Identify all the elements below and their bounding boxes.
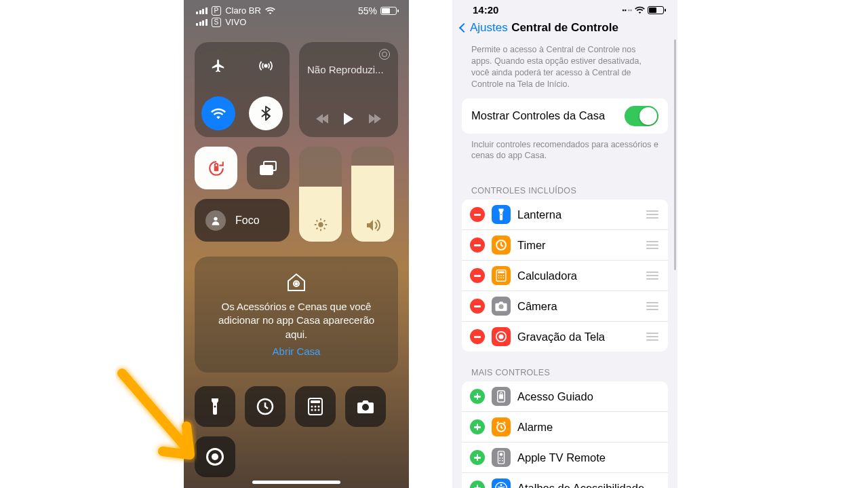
brightness-slider[interactable] — [299, 147, 342, 242]
control-item-label: Câmera — [517, 300, 638, 313]
add-button[interactable] — [470, 389, 485, 404]
scroll-indicator[interactable] — [674, 39, 676, 270]
screen-mirroring-button[interactable] — [247, 147, 290, 189]
wifi-button[interactable] — [201, 96, 235, 130]
svg-rect-19 — [311, 400, 320, 403]
remove-button[interactable] — [470, 329, 485, 344]
control-item-label: Gravação da Tela — [517, 331, 638, 343]
home-indicator[interactable] — [252, 481, 340, 484]
drag-handle-icon[interactable] — [645, 271, 660, 280]
show-home-controls-toggle[interactable] — [625, 106, 658, 126]
svg-point-47 — [502, 457, 503, 459]
control-item-row[interactable]: Gravação da Tela — [462, 322, 668, 352]
signal-icon-2 — [196, 19, 208, 26]
control-item-row[interactable]: Timer — [462, 230, 668, 261]
orientation-lock-button[interactable] — [195, 147, 237, 189]
home-icon — [285, 271, 307, 293]
connectivity-group[interactable] — [195, 42, 290, 137]
control-center-screen: P Claro BR S VIVO 55% — [184, 0, 409, 488]
svg-point-34 — [503, 275, 505, 276]
flashlight-icon — [492, 205, 511, 224]
status-bar: P Claro BR S VIVO 55% — [184, 0, 409, 29]
svg-point-24 — [315, 409, 317, 411]
svg-point-20 — [311, 405, 313, 407]
control-item-row[interactable]: Câmera — [462, 291, 668, 322]
remove-button[interactable] — [470, 299, 485, 314]
control-item-row[interactable]: Acesso Guiado — [462, 381, 668, 412]
svg-point-21 — [315, 405, 317, 407]
bluetooth-button[interactable] — [249, 96, 283, 130]
drag-handle-icon[interactable] — [645, 302, 660, 310]
svg-point-28 — [500, 214, 502, 215]
svg-line-10 — [316, 220, 317, 221]
drag-handle-icon[interactable] — [645, 210, 660, 219]
back-label: Ajustes — [470, 21, 508, 35]
dual-sim-icon: ▪▪▪▪ — [622, 7, 632, 14]
previous-track-button[interactable] — [316, 114, 327, 124]
screen-record-button[interactable] — [195, 436, 235, 477]
calculator-button[interactable] — [295, 386, 336, 427]
svg-point-49 — [502, 460, 503, 462]
focus-label: Foco — [235, 214, 260, 227]
next-track-button[interactable] — [370, 114, 381, 124]
control-item-row[interactable]: Calculadora — [462, 261, 668, 291]
flashlight-button[interactable] — [195, 386, 235, 427]
calculator-icon — [492, 266, 511, 285]
back-button[interactable]: Ajustes — [460, 21, 508, 35]
svg-point-35 — [498, 278, 500, 279]
wifi-icon — [265, 7, 275, 14]
focus-button[interactable]: Foco — [195, 199, 290, 242]
open-home-link[interactable]: Abrir Casa — [273, 345, 321, 357]
sim-badge-2: S — [212, 18, 222, 27]
home-message: Os Acessórios e Cenas que você adicionar… — [208, 300, 384, 341]
svg-rect-31 — [498, 271, 505, 274]
svg-point-46 — [499, 457, 500, 459]
volume-slider[interactable] — [351, 147, 394, 242]
battery-icon — [380, 7, 397, 15]
remote-icon — [492, 448, 511, 467]
camera-button[interactable] — [345, 386, 386, 427]
play-button[interactable] — [344, 113, 353, 125]
page-title: Central de Controle — [511, 21, 618, 35]
svg-point-15 — [296, 283, 298, 285]
remove-button[interactable] — [470, 238, 485, 252]
airplay-icon[interactable] — [379, 49, 390, 60]
carrier-2: VIVO — [225, 17, 246, 27]
svg-rect-1 — [214, 166, 218, 171]
carrier-1: Claro BR — [225, 5, 261, 16]
control-item-row[interactable]: Apple TV Remote — [462, 443, 668, 473]
show-home-controls-row[interactable]: Mostrar Controles da Casa — [462, 98, 668, 134]
media-controls[interactable]: Não Reproduzi... — [299, 42, 398, 137]
airplane-mode-button[interactable] — [201, 49, 235, 83]
add-button[interactable] — [470, 450, 485, 465]
timer-icon — [492, 236, 511, 255]
status-time: 14:20 — [473, 4, 498, 16]
control-item-row[interactable]: Atalhos de Acessibilidade — [462, 473, 668, 488]
sun-icon — [313, 217, 328, 232]
accessibility-icon — [492, 478, 511, 488]
control-item-row[interactable]: Lanterna — [462, 200, 668, 230]
record-icon — [206, 448, 224, 466]
remove-button[interactable] — [470, 268, 485, 283]
svg-point-25 — [318, 409, 320, 411]
remove-button[interactable] — [470, 207, 485, 222]
cellular-data-button[interactable] — [249, 49, 283, 83]
home-controls-description: Incluir controles recomendados para aces… — [452, 134, 677, 170]
svg-point-0 — [264, 64, 267, 67]
add-button[interactable] — [470, 481, 485, 488]
included-controls-list: LanternaTimerCalculadoraCâmeraGravação d… — [462, 200, 668, 352]
control-item-label: Apple TV Remote — [517, 451, 660, 464]
drag-handle-icon[interactable] — [645, 333, 660, 341]
add-button[interactable] — [470, 419, 485, 434]
timer-button[interactable] — [245, 386, 285, 427]
signal-icon — [196, 7, 208, 14]
svg-point-5 — [318, 222, 323, 227]
drag-handle-icon[interactable] — [645, 241, 660, 249]
home-accessories-card[interactable]: Os Acessórios e Cenas que você adicionar… — [195, 257, 398, 373]
svg-point-45 — [500, 453, 503, 456]
control-item-row[interactable]: Alarme — [462, 412, 668, 443]
more-controls-list: Acesso GuiadoAlarmeApple TV RemoteAtalho… — [462, 381, 668, 488]
chevron-left-icon — [459, 23, 469, 33]
svg-point-37 — [503, 278, 505, 279]
svg-point-16 — [214, 405, 216, 407]
